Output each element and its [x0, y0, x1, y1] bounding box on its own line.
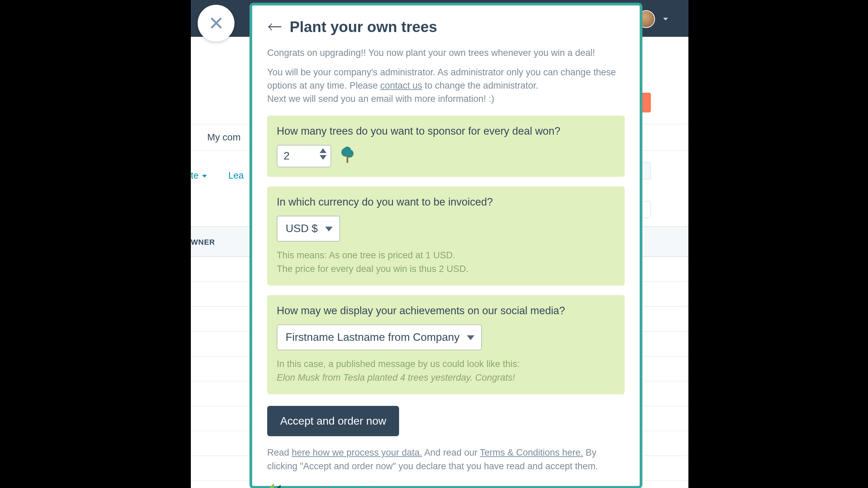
trees-count-input[interactable]: 2 [277, 145, 331, 167]
legal-text: Read here how we process your data. And … [267, 446, 625, 473]
intro-text-2: You will be your company's administrator… [267, 66, 625, 106]
modal-title: Plant your own trees [290, 18, 437, 35]
spinner-up-icon[interactable] [320, 148, 326, 153]
social-card: How may we display your achievements on … [267, 295, 625, 394]
currency-selected: USD $ [286, 222, 318, 235]
column-header-partial[interactable]: WNER [191, 238, 215, 247]
currency-select[interactable]: USD $ [277, 216, 340, 242]
social-selected: Firstname Lastname from Company [286, 331, 459, 344]
contact-us-link[interactable]: contact us [380, 80, 422, 91]
powered-by-text: powered by greenclicks [288, 485, 384, 488]
modal-header: 🡐 Plant your own trees [267, 18, 625, 35]
trees-card: How many trees do you want to sponsor fo… [267, 116, 625, 177]
svg-rect-3 [347, 156, 348, 163]
currency-hint: This means: As one tree is priced at 1 U… [277, 248, 615, 276]
terms-link[interactable]: Terms & Conditions here. [480, 447, 583, 458]
trees-question: How many trees do you want to sponsor fo… [277, 125, 615, 137]
social-hint: In this case, a published message by us … [277, 357, 615, 385]
currency-card: In which currency do you want to be invo… [267, 186, 625, 286]
intro-text-1: Congrats on upgrading!! You now plant yo… [267, 46, 625, 60]
app-viewport: My com te Lea WNER ✕ 🡐 Plant yo [191, 0, 688, 488]
svg-point-2 [344, 147, 351, 154]
data-processing-link[interactable]: here how we process your data. [292, 447, 422, 458]
trees-count-value: 2 [284, 150, 290, 162]
tab-partial[interactable]: My com [207, 132, 241, 143]
social-question: How may we display your achievements on … [277, 305, 615, 317]
currency-question: In which currency do you want to be invo… [277, 196, 615, 208]
close-icon: ✕ [208, 12, 224, 34]
powered-by: powered by greenclicks [267, 482, 625, 488]
greenclicks-leaf-icon [267, 482, 282, 488]
chevron-down-icon [467, 335, 474, 340]
spinner-controls [320, 148, 326, 160]
chevron-down-icon [325, 227, 333, 231]
spinner-down-icon[interactable] [320, 155, 326, 160]
filter-dropdown-partial[interactable]: te [191, 170, 207, 181]
filter-dropdown-partial[interactable]: Lea [228, 170, 244, 181]
plant-trees-modal: 🡐 Plant your own trees Congrats on upgra… [249, 3, 642, 488]
trees-input-row: 2 [277, 145, 615, 167]
accept-order-button[interactable]: Accept and order now [267, 406, 399, 436]
tree-icon [339, 147, 355, 166]
back-arrow-icon[interactable]: 🡐 [267, 19, 282, 34]
close-button[interactable]: ✕ [198, 5, 234, 42]
chevron-down-icon[interactable] [663, 18, 668, 20]
social-display-select[interactable]: Firstname Lastname from Company [277, 324, 482, 350]
